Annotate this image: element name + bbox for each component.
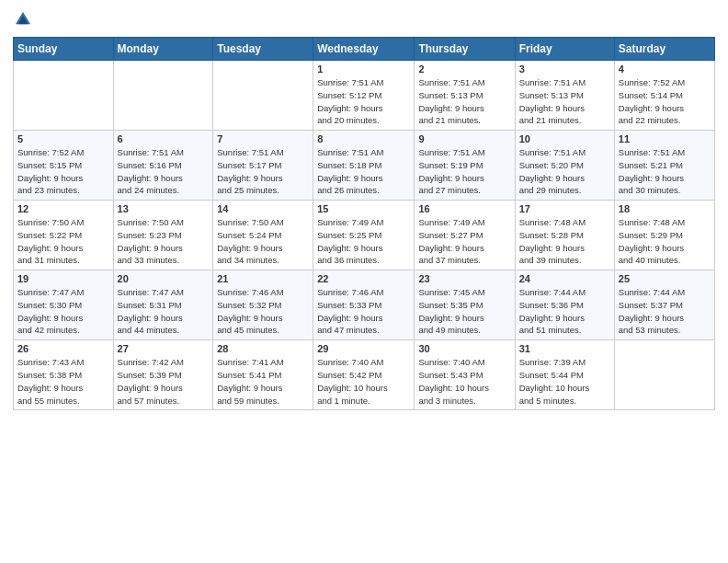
- day-info: Sunrise: 7:49 AM Sunset: 5:27 PM Dayligh…: [418, 216, 510, 267]
- day-info: Sunrise: 7:51 AM Sunset: 5:13 PM Dayligh…: [519, 76, 610, 127]
- day-info: Sunrise: 7:39 AM Sunset: 5:44 PM Dayligh…: [519, 356, 610, 407]
- day-number: 13: [118, 203, 210, 214]
- day-number: 9: [418, 133, 510, 144]
- calendar-cell: 26Sunrise: 7:43 AM Sunset: 5:38 PM Dayli…: [14, 340, 114, 410]
- weekday-header-friday: Friday: [515, 38, 614, 61]
- calendar-cell: 8Sunrise: 7:51 AM Sunset: 5:18 PM Daylig…: [313, 131, 415, 201]
- day-info: Sunrise: 7:51 AM Sunset: 5:16 PM Dayligh…: [118, 146, 210, 197]
- day-info: Sunrise: 7:41 AM Sunset: 5:41 PM Dayligh…: [217, 356, 309, 407]
- day-info: Sunrise: 7:48 AM Sunset: 5:29 PM Dayligh…: [619, 216, 711, 267]
- day-info: Sunrise: 7:40 AM Sunset: 5:43 PM Dayligh…: [418, 356, 510, 407]
- weekday-header-wednesday: Wednesday: [313, 38, 415, 61]
- day-info: Sunrise: 7:43 AM Sunset: 5:38 PM Dayligh…: [17, 356, 109, 407]
- calendar-cell: 25Sunrise: 7:44 AM Sunset: 5:37 PM Dayli…: [614, 270, 714, 340]
- calendar-cell: 12Sunrise: 7:50 AM Sunset: 5:22 PM Dayli…: [14, 201, 114, 270]
- calendar-cell: [14, 61, 114, 131]
- day-number: 31: [519, 343, 610, 354]
- week-row-4: 19Sunrise: 7:47 AM Sunset: 5:30 PM Dayli…: [14, 270, 715, 340]
- day-number: 4: [619, 63, 711, 75]
- calendar-cell: 21Sunrise: 7:46 AM Sunset: 5:32 PM Dayli…: [213, 270, 313, 340]
- header: [13, 9, 715, 29]
- day-info: Sunrise: 7:51 AM Sunset: 5:18 PM Dayligh…: [317, 146, 410, 197]
- day-info: Sunrise: 7:48 AM Sunset: 5:28 PM Dayligh…: [519, 216, 610, 267]
- calendar-cell: 17Sunrise: 7:48 AM Sunset: 5:28 PM Dayli…: [515, 201, 614, 270]
- calendar-cell: 27Sunrise: 7:42 AM Sunset: 5:39 PM Dayli…: [113, 340, 213, 410]
- calendar-cell: 23Sunrise: 7:45 AM Sunset: 5:35 PM Dayli…: [415, 270, 515, 340]
- day-info: Sunrise: 7:50 AM Sunset: 5:24 PM Dayligh…: [217, 216, 309, 267]
- day-info: Sunrise: 7:44 AM Sunset: 5:37 PM Dayligh…: [619, 286, 711, 337]
- calendar-cell: 29Sunrise: 7:40 AM Sunset: 5:42 PM Dayli…: [313, 340, 415, 410]
- day-number: 14: [217, 203, 309, 214]
- day-info: Sunrise: 7:49 AM Sunset: 5:25 PM Dayligh…: [317, 216, 410, 267]
- day-info: Sunrise: 7:45 AM Sunset: 5:35 PM Dayligh…: [418, 286, 510, 337]
- calendar-cell: 3Sunrise: 7:51 AM Sunset: 5:13 PM Daylig…: [515, 61, 614, 131]
- day-number: 19: [17, 273, 109, 284]
- day-info: Sunrise: 7:51 AM Sunset: 5:13 PM Dayligh…: [418, 76, 510, 127]
- day-number: 2: [418, 63, 510, 75]
- day-number: 7: [217, 133, 309, 144]
- day-info: Sunrise: 7:51 AM Sunset: 5:12 PM Dayligh…: [317, 76, 410, 127]
- calendar-cell: 18Sunrise: 7:48 AM Sunset: 5:29 PM Dayli…: [614, 201, 714, 270]
- day-info: Sunrise: 7:44 AM Sunset: 5:36 PM Dayligh…: [519, 286, 610, 337]
- calendar-cell: 31Sunrise: 7:39 AM Sunset: 5:44 PM Dayli…: [515, 340, 614, 410]
- calendar-table: SundayMondayTuesdayWednesdayThursdayFrid…: [13, 37, 715, 410]
- day-info: Sunrise: 7:51 AM Sunset: 5:20 PM Dayligh…: [519, 146, 610, 197]
- day-info: Sunrise: 7:51 AM Sunset: 5:17 PM Dayligh…: [217, 146, 309, 197]
- day-number: 30: [418, 343, 510, 354]
- day-number: 1: [317, 63, 410, 75]
- day-info: Sunrise: 7:51 AM Sunset: 5:21 PM Dayligh…: [619, 146, 711, 197]
- calendar-cell: 16Sunrise: 7:49 AM Sunset: 5:27 PM Dayli…: [415, 201, 515, 270]
- day-number: 18: [619, 203, 711, 214]
- day-number: 27: [118, 343, 210, 354]
- calendar-cell: [614, 340, 714, 410]
- calendar-cell: 9Sunrise: 7:51 AM Sunset: 5:19 PM Daylig…: [415, 131, 515, 201]
- week-row-3: 12Sunrise: 7:50 AM Sunset: 5:22 PM Dayli…: [14, 201, 715, 270]
- weekday-header-tuesday: Tuesday: [213, 38, 313, 61]
- day-info: Sunrise: 7:52 AM Sunset: 5:15 PM Dayligh…: [17, 146, 109, 197]
- day-info: Sunrise: 7:40 AM Sunset: 5:42 PM Dayligh…: [317, 356, 410, 407]
- day-info: Sunrise: 7:50 AM Sunset: 5:22 PM Dayligh…: [17, 216, 109, 267]
- day-info: Sunrise: 7:46 AM Sunset: 5:33 PM Dayligh…: [317, 286, 410, 337]
- weekday-header-row: SundayMondayTuesdayWednesdayThursdayFrid…: [14, 38, 715, 61]
- day-number: 10: [519, 133, 610, 144]
- day-info: Sunrise: 7:50 AM Sunset: 5:23 PM Dayligh…: [118, 216, 210, 267]
- day-number: 3: [519, 63, 610, 75]
- calendar-cell: 13Sunrise: 7:50 AM Sunset: 5:23 PM Dayli…: [113, 201, 213, 270]
- calendar-cell: 2Sunrise: 7:51 AM Sunset: 5:13 PM Daylig…: [415, 61, 515, 131]
- logo: [13, 9, 37, 29]
- day-info: Sunrise: 7:46 AM Sunset: 5:32 PM Dayligh…: [217, 286, 309, 337]
- calendar-cell: 19Sunrise: 7:47 AM Sunset: 5:30 PM Dayli…: [14, 270, 114, 340]
- day-number: 28: [217, 343, 309, 354]
- weekday-header-sunday: Sunday: [14, 38, 114, 61]
- day-number: 26: [17, 343, 109, 354]
- day-number: 25: [619, 273, 711, 284]
- day-number: 5: [17, 133, 109, 144]
- day-number: 21: [217, 273, 309, 284]
- calendar-cell: 22Sunrise: 7:46 AM Sunset: 5:33 PM Dayli…: [313, 270, 415, 340]
- day-number: 15: [317, 203, 410, 214]
- calendar-cell: 5Sunrise: 7:52 AM Sunset: 5:15 PM Daylig…: [14, 131, 114, 201]
- day-number: 24: [519, 273, 610, 284]
- day-info: Sunrise: 7:51 AM Sunset: 5:19 PM Dayligh…: [418, 146, 510, 197]
- day-number: 6: [118, 133, 210, 144]
- weekday-header-monday: Monday: [113, 38, 213, 61]
- calendar-cell: [113, 61, 213, 131]
- week-row-2: 5Sunrise: 7:52 AM Sunset: 5:15 PM Daylig…: [14, 131, 715, 201]
- week-row-1: 1Sunrise: 7:51 AM Sunset: 5:12 PM Daylig…: [14, 61, 715, 131]
- calendar-cell: 7Sunrise: 7:51 AM Sunset: 5:17 PM Daylig…: [213, 131, 313, 201]
- day-number: 22: [317, 273, 410, 284]
- day-info: Sunrise: 7:42 AM Sunset: 5:39 PM Dayligh…: [118, 356, 210, 407]
- day-info: Sunrise: 7:47 AM Sunset: 5:30 PM Dayligh…: [17, 286, 109, 337]
- day-number: 29: [317, 343, 410, 354]
- day-info: Sunrise: 7:52 AM Sunset: 5:14 PM Dayligh…: [619, 76, 711, 127]
- page: SundayMondayTuesdayWednesdayThursdayFrid…: [0, 0, 728, 563]
- calendar-cell: 28Sunrise: 7:41 AM Sunset: 5:41 PM Dayli…: [213, 340, 313, 410]
- day-info: Sunrise: 7:47 AM Sunset: 5:31 PM Dayligh…: [118, 286, 210, 337]
- day-number: 12: [17, 203, 109, 214]
- calendar-cell: [213, 61, 313, 131]
- calendar-cell: 24Sunrise: 7:44 AM Sunset: 5:36 PM Dayli…: [515, 270, 614, 340]
- week-row-5: 26Sunrise: 7:43 AM Sunset: 5:38 PM Dayli…: [14, 340, 715, 410]
- calendar-cell: 20Sunrise: 7:47 AM Sunset: 5:31 PM Dayli…: [113, 270, 213, 340]
- logo-icon: [13, 9, 33, 29]
- calendar-cell: 6Sunrise: 7:51 AM Sunset: 5:16 PM Daylig…: [113, 131, 213, 201]
